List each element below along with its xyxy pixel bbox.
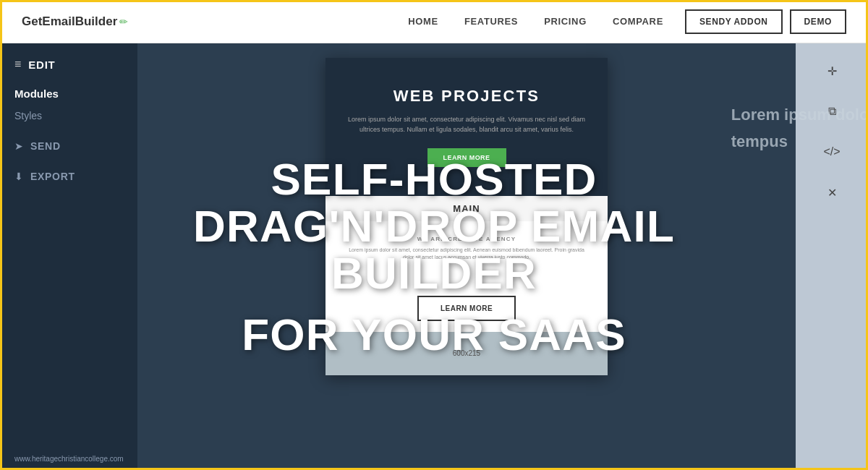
logo-text: GetEmailBuilder <box>22 14 117 29</box>
copy-icon[interactable]: ⧉ <box>819 98 845 124</box>
builder-preview: WEB PROJECTS Lorem ipsum dolor sit amet,… <box>137 43 796 470</box>
email-section-label: MAIN <box>326 196 608 221</box>
email-learn-block: LEARN MORE <box>326 285 608 332</box>
nav-buttons: SENDY ADDON DEMO <box>685 9 846 34</box>
main-nav: HOME FEATURES PRICING COMPARE <box>408 16 663 27</box>
pencil-icon: ✏ <box>119 16 128 27</box>
left-border <box>0 0 2 470</box>
nav-compare[interactable]: COMPARE <box>613 16 663 27</box>
sidebar-modules-item[interactable]: Modules <box>0 82 137 104</box>
header: GetEmailBuilder ✏ HOME FEATURES PRICING … <box>0 0 868 43</box>
nav-pricing[interactable]: PRICING <box>544 16 587 27</box>
export-label: EXPORT <box>30 171 75 182</box>
send-label: SEND <box>30 140 61 152</box>
email-hero-block: WEB PROJECTS Lorem ipsum dolor sit amet,… <box>326 58 608 196</box>
sidebar-styles-item[interactable]: Styles <box>0 104 137 127</box>
email-canvas: WEB PROJECTS Lorem ipsum dolor sit amet,… <box>326 58 608 375</box>
email-agency-subtitle: WE ARE CREATIVE AGENCY <box>347 236 586 242</box>
email-learn-button[interactable]: LEARN MORE <box>417 296 516 321</box>
right-tool-panel: ✛ ⧉ </> ✕ <box>796 43 868 470</box>
footer-url: www.heritagechristiancollege.com <box>14 455 124 463</box>
send-icon: ➤ <box>14 140 23 152</box>
main-content: ≡ EDIT Modules Styles ➤ SEND ⬇ EXPORT WE… <box>0 43 868 470</box>
delete-icon[interactable]: ✕ <box>819 179 845 205</box>
sliders-icon: ≡ <box>14 58 21 71</box>
code-icon[interactable]: </> <box>819 139 845 165</box>
move-icon[interactable]: ✛ <box>819 58 845 84</box>
sidebar-export-section[interactable]: ⬇ EXPORT <box>0 165 137 188</box>
placeholder-size-label: 600x215 <box>453 349 480 357</box>
edit-label: EDIT <box>28 59 55 71</box>
email-hero-button[interactable]: LEARN MORE <box>427 148 506 167</box>
sidebar-send-section[interactable]: ➤ SEND <box>0 127 137 165</box>
sidebar-panel: ≡ EDIT Modules Styles ➤ SEND ⬇ EXPORT <box>0 43 137 470</box>
email-hero-title: WEB PROJECTS <box>347 87 586 106</box>
logo[interactable]: GetEmailBuilder ✏ <box>22 14 128 29</box>
email-hero-text: Lorem ipsum dolor sit amet, consectetur … <box>347 114 586 135</box>
sidebar-edit-section: ≡ EDIT <box>0 43 137 82</box>
download-icon: ⬇ <box>14 171 23 182</box>
sendy-addon-button[interactable]: SENDY ADDON <box>685 9 783 34</box>
demo-button[interactable]: DEMO <box>790 9 846 34</box>
email-agency-block: WE ARE CREATIVE AGENCY Lorem ipsum dolor… <box>326 221 608 285</box>
nav-home[interactable]: HOME <box>408 16 438 27</box>
nav-features[interactable]: FEATURES <box>464 16 518 27</box>
top-border <box>0 0 868 2</box>
email-agency-text: Lorem ipsum dolor sit amet, consectetur … <box>347 247 586 262</box>
email-placeholder-block: 600x215 <box>326 332 608 375</box>
